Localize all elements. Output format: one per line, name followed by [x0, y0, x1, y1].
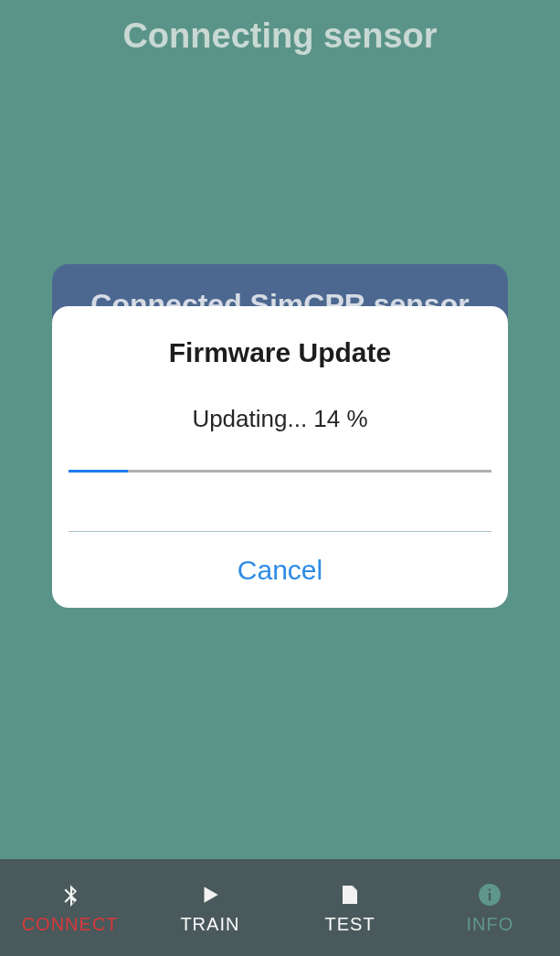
progress-bar — [69, 470, 491, 473]
tab-bar: CONNECT TRAIN TEST INFO — [0, 859, 560, 956]
play-icon — [196, 881, 224, 908]
bluetooth-icon — [57, 881, 84, 908]
page-title: Connecting sensor — [0, 0, 560, 56]
dialog-title: Firmware Update — [52, 306, 508, 368]
tab-test[interactable]: TEST — [280, 881, 420, 935]
tab-info-label: INFO — [466, 914, 513, 935]
svg-rect-2 — [489, 888, 491, 890]
progress-bar-fill — [69, 470, 128, 473]
cancel-button[interactable]: Cancel — [52, 532, 508, 608]
file-icon — [336, 881, 364, 908]
firmware-update-dialog: Firmware Update Updating... 14 % Cancel — [52, 306, 508, 608]
tab-test-label: TEST — [325, 914, 375, 935]
dialog-status-text: Updating... 14 % — [52, 368, 508, 433]
info-icon — [476, 881, 503, 908]
tab-info[interactable]: INFO — [420, 881, 560, 935]
tab-train-label: TRAIN — [180, 914, 239, 935]
svg-rect-1 — [489, 892, 491, 900]
tab-connect-label: CONNECT — [22, 914, 119, 935]
tab-train[interactable]: TRAIN — [140, 881, 280, 935]
tab-connect[interactable]: CONNECT — [0, 881, 140, 935]
